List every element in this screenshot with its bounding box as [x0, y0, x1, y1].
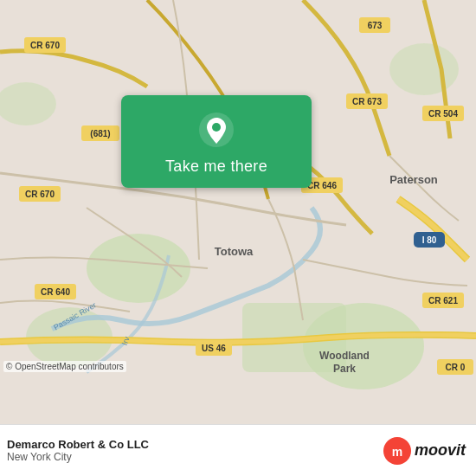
svg-point-5 [389, 43, 459, 95]
svg-text:CR 673: CR 673 [352, 97, 382, 106]
location-pin-icon [197, 111, 235, 149]
svg-text:CR 646: CR 646 [307, 181, 337, 190]
svg-text:Woodland: Woodland [319, 350, 370, 362]
bottom-bar: Demarco Robert & Co LLC New York City m … [0, 424, 476, 476]
place-name: Demarco Robert & Co LLC [7, 438, 149, 451]
copyright-text: © OpenStreetMap contributors [3, 361, 126, 372]
take-me-there-button[interactable]: Take me there [121, 95, 312, 188]
svg-text:Park: Park [333, 363, 356, 375]
svg-point-38 [212, 123, 221, 132]
svg-text:m: m [392, 445, 402, 459]
svg-text:I 80: I 80 [422, 235, 437, 245]
svg-point-1 [87, 234, 190, 303]
take-me-there-label: Take me there [165, 158, 267, 176]
svg-text:CR 504: CR 504 [428, 109, 458, 119]
moovit-logo-icon: m [383, 437, 411, 465]
svg-text:CR 670: CR 670 [30, 41, 60, 50]
svg-text:673: 673 [368, 21, 383, 30]
svg-text:Paterson: Paterson [389, 173, 438, 186]
place-info: Demarco Robert & Co LLC New York City [7, 438, 149, 463]
svg-text:CR 621: CR 621 [428, 296, 458, 306]
svg-text:Totowa: Totowa [215, 245, 254, 258]
svg-text:CR 0: CR 0 [446, 363, 466, 372]
svg-text:(681): (681) [90, 129, 110, 138]
place-city: New York City [7, 451, 149, 463]
moovit-logo: m moovit [383, 437, 466, 465]
svg-text:US 46: US 46 [202, 344, 226, 353]
svg-text:CR 640: CR 640 [41, 287, 70, 297]
svg-text:CR 670: CR 670 [25, 190, 55, 199]
map-container: CR 670 673 CR 673 CR 504 (681) CR 670 CR… [0, 0, 476, 424]
moovit-text: moovit [415, 441, 466, 460]
